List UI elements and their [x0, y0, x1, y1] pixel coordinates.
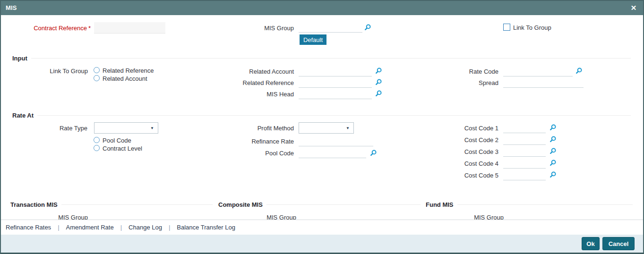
footer-separator: | [58, 224, 59, 231]
footer-link-refinance-rates[interactable]: Refinance Rates [6, 224, 51, 231]
fund-mis-section-header: Fund MIS [426, 201, 633, 208]
related-account-label: Related Account [218, 68, 294, 75]
footer-link-change-log[interactable]: Change Log [129, 224, 162, 231]
search-icon[interactable] [375, 79, 382, 85]
section-rule [31, 58, 631, 59]
cost-code-5-label: Cost Code 5 [424, 172, 498, 179]
rate-code-input[interactable] [503, 67, 573, 76]
contract-level-radio-text: Contract Level [103, 145, 142, 152]
search-icon[interactable] [364, 24, 371, 31]
contract-reference-field [94, 22, 165, 34]
search-icon[interactable] [550, 171, 556, 178]
composite-mis-section-header: Composite MIS [218, 201, 421, 208]
composite-mis-group-label: MIS Group [221, 214, 296, 220]
link-to-group-radio-label: Link To Group [10, 68, 88, 75]
search-icon[interactable] [375, 68, 382, 74]
transaction-mis-group-label: MIS Group [12, 214, 88, 220]
footer-links-bar: Refinance Rates | Amendment Rate | Chang… [1, 220, 643, 235]
contract-level-radio[interactable] [94, 145, 100, 151]
transaction-mis-title: Transaction MIS [10, 201, 58, 208]
search-icon[interactable] [550, 124, 556, 131]
refinance-rate-label: Refinance Rate [218, 138, 294, 145]
footer-separator: | [120, 224, 122, 231]
mis-dialog: MIS ✕ Contract Reference* MIS Group Defa… [0, 0, 644, 254]
mis-group-input[interactable] [299, 23, 362, 33]
mis-group-label: MIS Group [219, 25, 294, 32]
cost-code-3-input[interactable] [503, 147, 546, 157]
search-icon[interactable] [550, 160, 556, 166]
related-account-radio-text: Related Account [103, 75, 147, 82]
link-to-group-checkbox-label: Link To Group [513, 24, 551, 31]
cost-code-5-input[interactable] [503, 170, 546, 180]
chevron-down-icon: ▼ [150, 126, 154, 130]
cancel-button[interactable]: Cancel [602, 237, 635, 250]
related-reference-radio-text: Related Reference [103, 67, 154, 74]
rate-code-label: Rate Code [424, 68, 498, 75]
cost-code-1-input[interactable] [503, 123, 546, 133]
dialog-content: Contract Reference* MIS Group Default Li… [1, 15, 643, 220]
profit-method-select[interactable]: ▼ [299, 122, 354, 134]
search-icon[interactable] [550, 148, 556, 154]
close-icon[interactable]: ✕ [629, 3, 638, 13]
footer-link-balance-transfer-log[interactable]: Balance Transfer Log [177, 224, 235, 231]
pool-code-radio[interactable] [94, 137, 100, 143]
pool-code-label: Pool Code [218, 150, 294, 157]
fund-mis-title: Fund MIS [426, 201, 454, 208]
search-icon[interactable] [550, 136, 556, 143]
rate-type-select[interactable]: ▼ [94, 122, 158, 134]
cost-code-4-label: Cost Code 4 [424, 160, 498, 167]
dialog-title: MIS [6, 4, 17, 11]
cost-code-2-input[interactable] [503, 135, 546, 145]
action-bar: Ok Cancel [1, 235, 643, 253]
cost-code-4-input[interactable] [503, 159, 546, 169]
input-section-header: Input [12, 55, 631, 62]
title-bar: MIS ✕ [1, 1, 643, 15]
spread-input[interactable] [503, 78, 584, 88]
rate-type-label: Rate Type [13, 125, 87, 132]
chevron-down-icon: ▼ [346, 126, 350, 130]
transaction-mis-section-header: Transaction MIS [10, 201, 213, 208]
footer-separator: | [169, 224, 170, 231]
refinance-rate-input[interactable] [299, 136, 373, 146]
related-reference-input[interactable] [299, 78, 372, 88]
related-reference-radio[interactable] [94, 67, 100, 73]
section-rule [61, 204, 213, 205]
section-rule [37, 115, 631, 116]
contract-reference-label: Contract Reference* [10, 25, 91, 32]
ok-button[interactable]: Ok [582, 237, 600, 250]
section-rule [457, 204, 633, 205]
footer-link-amendment-rate[interactable]: Amendment Rate [66, 224, 114, 231]
rate-at-section-header: Rate At [12, 112, 631, 119]
mis-head-input[interactable] [299, 89, 372, 99]
cost-code-2-label: Cost Code 2 [424, 136, 498, 144]
cost-code-1-label: Cost Code 1 [424, 125, 498, 132]
rate-at-section-title: Rate At [12, 112, 34, 119]
pool-code-input[interactable] [299, 148, 366, 158]
related-reference-label: Related Reference [218, 79, 294, 86]
search-icon[interactable] [370, 150, 377, 156]
cost-code-3-label: Cost Code 3 [424, 148, 498, 155]
link-to-group-checkbox[interactable] [503, 24, 510, 31]
spread-label: Spread [424, 79, 498, 86]
default-button[interactable]: Default [300, 34, 326, 45]
composite-mis-title: Composite MIS [218, 201, 263, 208]
required-marker: * [88, 25, 91, 32]
input-section-title: Input [12, 55, 27, 62]
search-icon[interactable] [375, 90, 382, 97]
search-icon[interactable] [575, 68, 582, 74]
fund-mis-group-label: MIS Group [428, 214, 504, 220]
section-rule [266, 204, 421, 205]
related-account-radio[interactable] [94, 75, 100, 81]
related-account-input[interactable] [299, 67, 372, 76]
profit-method-label: Profit Method [218, 125, 294, 132]
mis-head-label: MIS Head [218, 91, 294, 98]
pool-code-radio-text: Pool Code [103, 137, 131, 144]
